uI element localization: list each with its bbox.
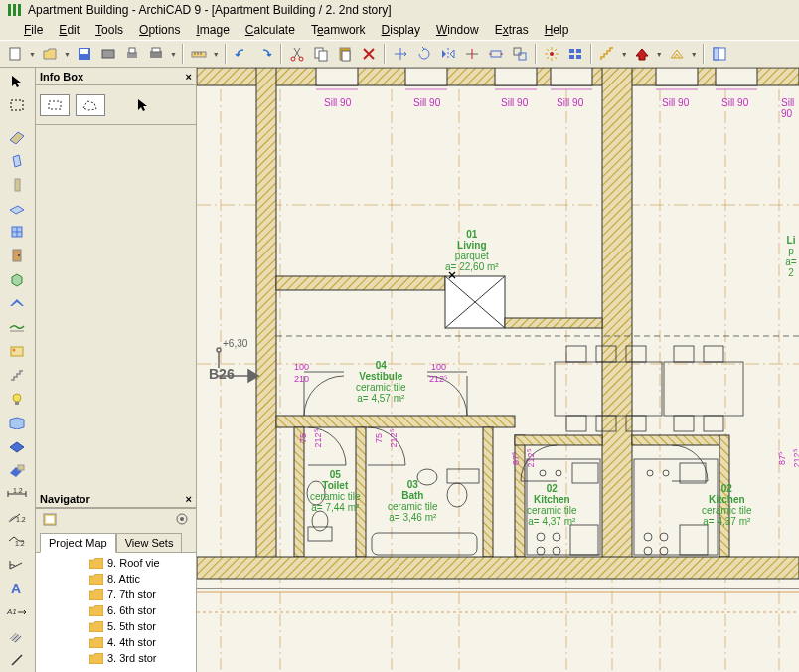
drawing-canvas[interactable]: Sill 90 Sill 90 Sill 90 Sill 90 Sill 90 … bbox=[197, 68, 799, 672]
menu-window[interactable]: Window bbox=[430, 21, 485, 39]
close-icon[interactable]: × bbox=[186, 493, 192, 505]
stretch-button[interactable] bbox=[485, 43, 507, 65]
drag-button[interactable] bbox=[390, 43, 411, 65]
geometry-poly-btn[interactable] bbox=[76, 94, 105, 116]
menu-tools[interactable]: Tools bbox=[89, 21, 129, 39]
navigator-tree[interactable]: 9. Roof vie 8. Attic 7. 7th stor 6. 6th … bbox=[36, 553, 196, 672]
menu-extras[interactable]: Extras bbox=[489, 21, 535, 39]
nav-project-icon[interactable] bbox=[42, 511, 58, 529]
column-tool[interactable] bbox=[2, 150, 32, 172]
line-tool[interactable] bbox=[2, 649, 32, 671]
room-bath: 03Bath ceramic tilea= 3,46 m² bbox=[388, 479, 438, 523]
redo-button[interactable] bbox=[254, 43, 276, 65]
menu-options[interactable]: Options bbox=[133, 21, 186, 39]
roof-button[interactable] bbox=[631, 43, 653, 65]
svg-point-15 bbox=[291, 57, 295, 61]
mesh-tool[interactable] bbox=[2, 316, 32, 338]
main-toolbar: ▼ ▼ ▼ ▼ ▼ ▼ ▼ bbox=[0, 40, 799, 68]
svg-rect-25 bbox=[519, 53, 526, 60]
menu-file[interactable]: File bbox=[18, 21, 49, 39]
dropdown-icon[interactable]: ▼ bbox=[169, 51, 178, 58]
infobox-header: Info Box × bbox=[36, 68, 196, 85]
beam-tool[interactable] bbox=[2, 174, 32, 196]
room-living2: Lipa= 2 bbox=[783, 235, 799, 278]
arrow-tool[interactable] bbox=[2, 71, 32, 92]
roof-tool[interactable] bbox=[2, 292, 32, 314]
angle-dim-tool[interactable] bbox=[2, 554, 32, 576]
text-tool[interactable]: A bbox=[2, 578, 32, 599]
copy-button[interactable] bbox=[310, 43, 332, 65]
tree-item: 4. 4th stor bbox=[40, 634, 192, 650]
dim-label: 87⁵ bbox=[777, 451, 787, 465]
delete-button[interactable] bbox=[358, 43, 380, 65]
zone-tool[interactable] bbox=[2, 340, 32, 362]
wall-end-tool[interactable] bbox=[2, 459, 32, 481]
svg-rect-126 bbox=[308, 527, 332, 541]
svg-rect-123 bbox=[674, 416, 694, 431]
svg-rect-99 bbox=[483, 427, 493, 557]
window-tool[interactable] bbox=[2, 222, 32, 244]
tab-project-map[interactable]: Project Map bbox=[40, 533, 116, 553]
stair-button[interactable] bbox=[596, 43, 618, 65]
menu-teamwork[interactable]: Teamwork bbox=[305, 21, 372, 39]
dropdown-icon[interactable]: ▼ bbox=[620, 51, 629, 58]
corner-window-tool[interactable] bbox=[2, 412, 32, 433]
dropdown-icon[interactable]: ▼ bbox=[212, 51, 221, 58]
close-icon[interactable]: × bbox=[186, 71, 192, 83]
tree-item: 3. 3rd stor bbox=[40, 650, 192, 666]
resize-button[interactable] bbox=[509, 43, 531, 65]
dimension-tool[interactable]: 1.2 bbox=[2, 483, 32, 505]
lamp-tool[interactable] bbox=[2, 388, 32, 410]
open-button[interactable] bbox=[39, 43, 61, 65]
dropdown-icon[interactable]: ▼ bbox=[690, 51, 699, 58]
nav-settings-icon[interactable] bbox=[174, 511, 190, 529]
dropdown-icon[interactable]: ▼ bbox=[655, 51, 664, 58]
svg-rect-3 bbox=[10, 48, 20, 60]
stair-tool[interactable] bbox=[2, 364, 32, 386]
mirror-button[interactable] bbox=[437, 43, 459, 65]
menu-display[interactable]: Display bbox=[376, 21, 426, 39]
plot-button[interactable] bbox=[145, 43, 167, 65]
dropdown-icon[interactable]: ▼ bbox=[63, 51, 72, 58]
rotate-button[interactable] bbox=[413, 43, 435, 65]
dim-label: 212⁵ bbox=[389, 428, 399, 447]
marquee-tool[interactable] bbox=[2, 94, 32, 116]
save-button[interactable] bbox=[74, 43, 95, 65]
explode-button[interactable] bbox=[541, 43, 562, 65]
level-dim-tool[interactable]: 1.2 bbox=[2, 530, 32, 552]
sill-label: Sill 90 bbox=[662, 97, 689, 108]
label-tool[interactable]: A1 bbox=[2, 601, 32, 623]
menu-calculate[interactable]: Calculate bbox=[240, 21, 301, 39]
undo-button[interactable] bbox=[231, 43, 252, 65]
slab-tool[interactable] bbox=[2, 198, 32, 220]
svg-point-148 bbox=[660, 547, 668, 555]
split-button[interactable] bbox=[461, 43, 483, 65]
cut-button[interactable] bbox=[286, 43, 308, 65]
dropdown-icon[interactable]: ▼ bbox=[28, 51, 37, 58]
align-button[interactable] bbox=[564, 43, 586, 65]
svg-rect-88 bbox=[256, 68, 276, 563]
tab-view-sets[interactable]: View Sets bbox=[116, 533, 183, 552]
door-tool[interactable] bbox=[2, 245, 32, 266]
svg-rect-24 bbox=[514, 48, 521, 55]
print-button[interactable] bbox=[121, 43, 143, 65]
menu-help[interactable]: Help bbox=[539, 21, 575, 39]
truss-button[interactable] bbox=[666, 43, 688, 65]
plotmaker-button[interactable] bbox=[97, 43, 119, 65]
paste-button[interactable] bbox=[334, 43, 356, 65]
fill-tool[interactable] bbox=[2, 625, 32, 647]
navigator-button[interactable] bbox=[709, 43, 730, 65]
menu-image[interactable]: Image bbox=[190, 21, 235, 39]
object-tool[interactable] bbox=[2, 268, 32, 290]
wall-tool[interactable] bbox=[2, 126, 32, 148]
svg-rect-89 bbox=[602, 68, 632, 563]
infobox-title: Info Box bbox=[40, 71, 83, 83]
svg-rect-122 bbox=[704, 346, 723, 362]
geometry-single-btn[interactable] bbox=[40, 94, 70, 116]
menu-edit[interactable]: Edit bbox=[53, 21, 85, 39]
ruler-button[interactable] bbox=[188, 43, 210, 65]
new-button[interactable] bbox=[4, 43, 26, 65]
radial-dim-tool[interactable]: 1.2 bbox=[2, 507, 32, 529]
skylight-tool[interactable] bbox=[2, 435, 32, 457]
svg-text:A1: A1 bbox=[6, 607, 17, 616]
